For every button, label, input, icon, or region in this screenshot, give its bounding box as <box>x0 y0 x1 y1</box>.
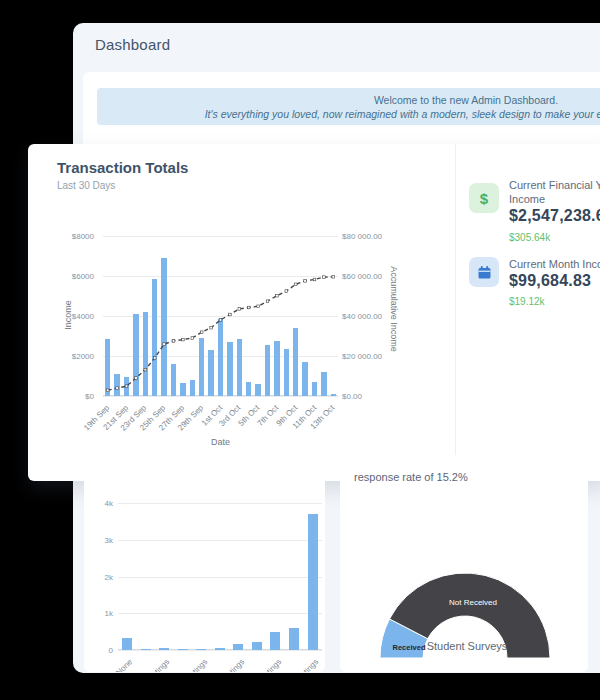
y2-tick-label: $0.00 <box>342 392 362 401</box>
y1-tick-label: $8000 <box>72 232 94 241</box>
stat-delta: $305.64k <box>509 232 550 243</box>
transaction-totals-title: Transaction Totals <box>57 159 188 176</box>
y1-tick-label: $6000 <box>72 272 94 281</box>
y1-tick-label: $2000 <box>72 352 94 361</box>
gauge-label-received: Received <box>393 643 426 652</box>
y-tick-label: 4k <box>84 499 113 508</box>
ratings-bar[interactable] <box>178 649 188 650</box>
ratings-bar[interactable] <box>289 628 299 650</box>
y-tick-label: 1k <box>84 609 113 618</box>
dollar-icon: $ <box>469 183 499 213</box>
welcome-banner-line2: It's everything you loved, now reimagine… <box>205 107 600 121</box>
ratings-chart-plot <box>118 503 322 650</box>
gridline <box>103 396 338 397</box>
stat-value: $2,547,238.61 <box>509 207 600 225</box>
y-tick-label: 2k <box>84 573 113 582</box>
gridline <box>118 540 322 541</box>
ratings-bar[interactable] <box>196 649 206 650</box>
y1-tick-label: $4000 <box>72 312 94 321</box>
stat-delta: $19.12k <box>509 296 545 307</box>
ratings-chart-card: 4k3k2k1k0None2 ratings4 ratings6 ratings… <box>84 455 325 672</box>
ratings-bar[interactable] <box>215 648 225 650</box>
y2-axis-title: Accumulative Income <box>389 249 399 369</box>
stat-label: Current Month Income <box>509 257 600 271</box>
gridline <box>118 613 322 614</box>
calendar-icon <box>469 257 499 287</box>
y2-tick-label: $40 000.00 <box>342 312 382 321</box>
ratings-bar[interactable] <box>122 638 132 650</box>
welcome-banner-line1: Welcome to the new Admin Dashboard. <box>374 93 558 107</box>
ratings-bar[interactable] <box>141 649 151 651</box>
stat-value: $99,684.83 <box>509 272 591 290</box>
page-title: Dashboard <box>95 36 170 53</box>
gauge-center-label: Student Surveys <box>427 640 508 652</box>
y2-tick-label: $80 000.00 <box>342 232 382 241</box>
gauge-label-not-received: Not Received <box>449 598 497 607</box>
transaction-totals-card: Transaction Totals Last 30 Days Income A… <box>28 144 600 481</box>
stat-label: Current Financial Year Income <box>509 178 600 206</box>
accumulative-line <box>103 236 338 396</box>
ratings-bar[interactable] <box>308 514 318 650</box>
gridline <box>118 503 322 504</box>
welcome-banner: Welcome to the new Admin Dashboard. It's… <box>97 88 600 125</box>
y-tick-label: 0 <box>84 646 113 655</box>
y-tick-label: 3k <box>84 536 113 545</box>
gridline <box>118 650 322 651</box>
transaction-totals-subtitle: Last 30 Days <box>57 180 115 191</box>
y2-tick-label: $60 000.00 <box>342 272 382 281</box>
student-surveys-card: response rate of 15.2% Not Received Rece… <box>340 455 588 672</box>
ratings-bar[interactable] <box>252 642 262 650</box>
y1-tick-label: $0 <box>85 392 94 401</box>
ratings-bar[interactable] <box>159 648 169 650</box>
ratings-bar[interactable] <box>270 632 280 650</box>
gridline <box>118 577 322 578</box>
stats-divider <box>455 144 456 481</box>
ratings-bar[interactable] <box>233 644 243 650</box>
transaction-chart-plot <box>103 236 338 396</box>
x-tick-label: None <box>84 657 134 672</box>
y2-tick-label: $20 000.00 <box>342 352 382 361</box>
